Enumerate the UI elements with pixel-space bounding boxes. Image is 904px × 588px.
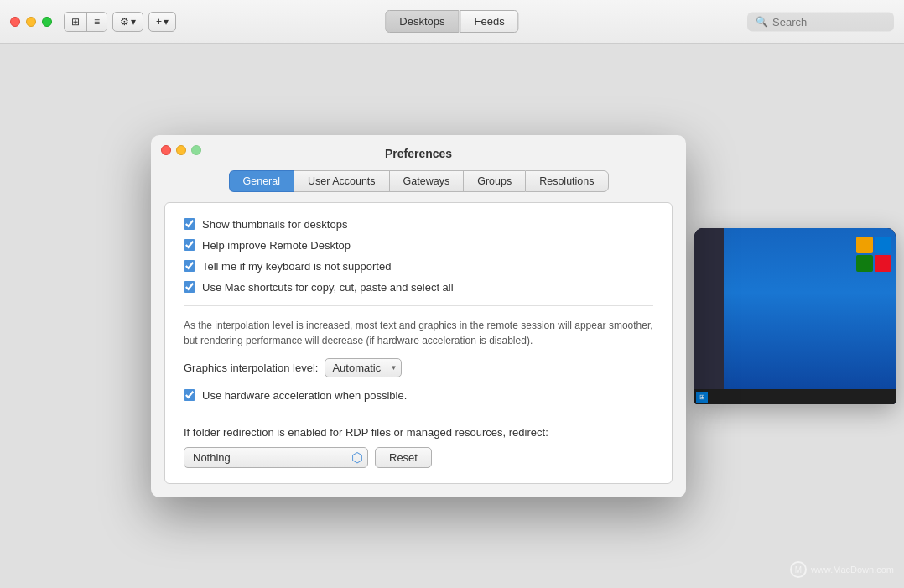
dialog-zoom-button[interactable] (191, 145, 201, 155)
interpolation-select[interactable]: Automatic Low Medium High (325, 358, 402, 377)
divider-2 (184, 414, 653, 414)
checkbox-improve-label: Help improve Remote Desktop (202, 239, 351, 252)
view-toggle-group: ⊞ ≡ (64, 12, 107, 32)
main-tabs: Desktops Feeds (385, 10, 518, 33)
preferences-tabs: General User Accounts Gateways Groups Re… (151, 170, 686, 202)
reset-button[interactable]: Reset (375, 447, 432, 468)
checkbox-thumbnails-label: Show thumbnails for desktops (202, 218, 347, 231)
laptop-screen: ⊞ (694, 228, 896, 404)
close-button[interactable] (10, 17, 20, 27)
checkbox-shortcuts-label: Use Mac shortcuts for copy, cut, paste a… (202, 281, 454, 294)
checkbox-keyboard-label: Tell me if my keyboard is not supported (202, 260, 391, 273)
list-view-button[interactable]: ≡ (87, 13, 107, 31)
win-tile-1 (856, 237, 873, 253)
tab-general[interactable]: General (229, 170, 294, 192)
interpolation-row: Graphics interpolation level: Automatic … (184, 358, 653, 377)
interpolation-label: Graphics interpolation level: (184, 362, 318, 374)
checkbox-hw-accel[interactable] (184, 389, 195, 401)
tab-groups[interactable]: Groups (463, 170, 525, 192)
checkbox-row-hw-accel: Use hardware acceleration when possible. (184, 389, 653, 402)
checkbox-keyboard[interactable] (184, 260, 195, 272)
gear-chevron-icon: ▾ (131, 16, 136, 28)
laptop-shape: ⊞ (694, 228, 896, 404)
dialog-titlebar: Preferences (151, 135, 686, 170)
maximize-button[interactable] (42, 17, 52, 27)
tab-feeds[interactable]: Feeds (460, 10, 519, 33)
tab-gateways[interactable]: Gateways (389, 170, 464, 192)
titlebar: ⊞ ≡ ⚙ ▾ + ▾ Desktops Feeds 🔍 (0, 0, 904, 44)
checkbox-row-keyboard: Tell me if my keyboard is not supported (184, 260, 653, 273)
laptop-background: ⊞ (686, 44, 904, 588)
folder-redirect-row: Nothing Desktop Documents Downloads ⬡ Re… (184, 447, 653, 468)
folder-redirect-section: If folder redirection is enabled for RDP… (184, 426, 653, 468)
dialog-close-button[interactable] (161, 145, 171, 155)
dialog-minimize-button[interactable] (176, 145, 186, 155)
tab-resolutions[interactable]: Resolutions (525, 170, 608, 192)
divider-1 (184, 305, 653, 306)
dialog-traffic-lights (161, 145, 201, 155)
watermark: M www.MacDown.com (790, 561, 894, 578)
checkbox-shortcuts[interactable] (184, 281, 195, 293)
traffic-lights (10, 17, 52, 27)
search-bar: 🔍 (747, 12, 894, 31)
preferences-content: Show thumbnails for desktops Help improv… (164, 202, 673, 484)
minimize-button[interactable] (26, 17, 36, 27)
plus-icon: + (156, 16, 162, 28)
search-input[interactable] (772, 15, 890, 28)
checkbox-improve[interactable] (184, 239, 195, 251)
checkbox-row-shortcuts: Use Mac shortcuts for copy, cut, paste a… (184, 281, 653, 294)
folder-redirect-label: If folder redirection is enabled for RDP… (184, 426, 653, 439)
tab-user-accounts[interactable]: User Accounts (294, 170, 389, 192)
windows-main-area (724, 228, 896, 389)
toolbar-controls: ⊞ ≡ ⚙ ▾ + ▾ (64, 12, 176, 32)
grid-view-button[interactable]: ⊞ (65, 13, 87, 31)
checkbox-row-thumbnails: Show thumbnails for desktops (184, 218, 653, 231)
win-tile-2 (875, 237, 891, 253)
preferences-dialog: Preferences General User Accounts Gatewa… (151, 135, 686, 497)
win-tile-3 (856, 255, 873, 272)
checkbox-hw-accel-label: Use hardware acceleration when possible. (202, 389, 407, 402)
checkbox-row-improve: Help improve Remote Desktop (184, 239, 653, 252)
main-content: ⊞ Preferences General User Accounts Gate… (0, 44, 904, 588)
windows-tiles (856, 237, 891, 272)
search-icon: 🔍 (756, 16, 768, 28)
interpolation-description: As the interpolation level is increased,… (184, 318, 653, 348)
windows-taskbar: ⊞ (694, 389, 896, 404)
interpolation-select-wrapper: Automatic Low Medium High (325, 358, 402, 377)
win-tile-4 (875, 255, 891, 272)
dialog-title: Preferences (385, 147, 452, 170)
checkbox-thumbnails[interactable] (184, 218, 195, 230)
gear-button[interactable]: ⚙ ▾ (112, 12, 143, 32)
windows-sidebar (694, 228, 724, 389)
add-chevron-icon: ▾ (164, 16, 169, 28)
gear-icon: ⚙ (120, 16, 129, 28)
watermark-text: www.MacDown.com (811, 565, 894, 575)
windows-start-button: ⊞ (696, 392, 708, 403)
folder-select-wrapper: Nothing Desktop Documents Downloads ⬡ (184, 447, 368, 468)
folder-redirect-select[interactable]: Nothing Desktop Documents Downloads (184, 447, 368, 468)
tab-desktops[interactable]: Desktops (385, 10, 459, 33)
add-button[interactable]: + ▾ (148, 12, 176, 32)
watermark-logo: M (790, 561, 807, 578)
